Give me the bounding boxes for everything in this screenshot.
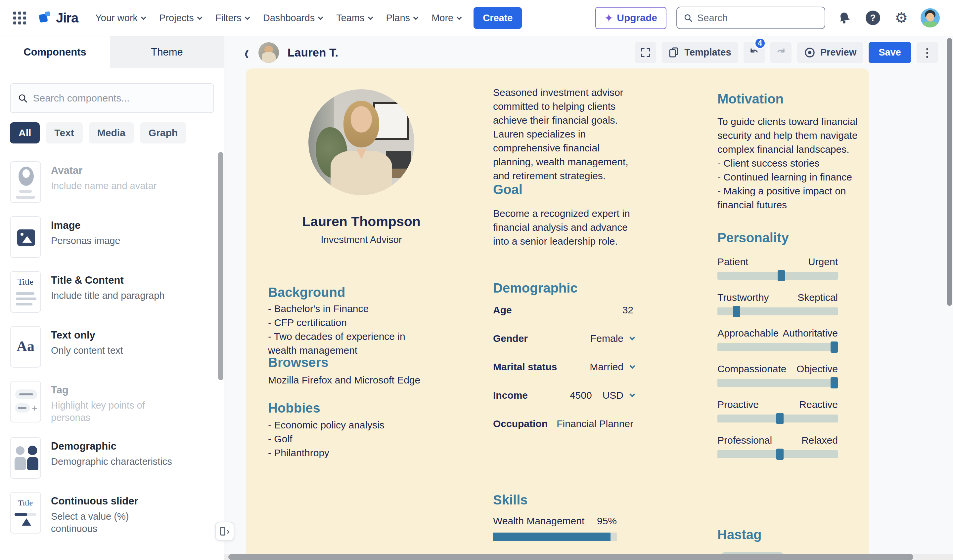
filter-media[interactable]: Media xyxy=(88,122,134,144)
page-vertical-scrollbar[interactable] xyxy=(947,38,952,306)
hobbies-heading: Hobbies xyxy=(268,401,320,416)
bell-icon xyxy=(838,11,851,25)
age-value[interactable]: 32 xyxy=(622,305,633,316)
preview-button[interactable]: Preview xyxy=(797,42,863,63)
browsers-text[interactable]: Mozilla Firefox and Microsoft Edge xyxy=(268,373,427,387)
slider-handle[interactable] xyxy=(830,377,838,388)
component-item-image[interactable]: Image Personas image xyxy=(10,216,214,258)
settings-button[interactable]: ⚙ xyxy=(892,9,911,27)
nav-item-dashboards[interactable]: Dashboards xyxy=(263,12,321,23)
app-switcher-icon[interactable] xyxy=(13,12,26,25)
chevron-down-icon xyxy=(457,14,462,20)
income-select[interactable]: 4500 USD xyxy=(570,390,633,401)
components-search[interactable] xyxy=(10,83,214,113)
more-options-button[interactable]: ⋮ xyxy=(917,42,938,63)
slider-track[interactable] xyxy=(717,308,838,316)
persona-thumbnail-avatar xyxy=(258,42,279,63)
tab-theme[interactable]: Theme xyxy=(110,36,224,68)
horizontal-scrollbar-thumb[interactable] xyxy=(228,554,913,560)
background-heading: Background xyxy=(268,285,345,300)
sparkle-icon: ✦ xyxy=(605,12,613,24)
persona-intro[interactable]: Seasoned investment advisor committed to… xyxy=(493,86,636,183)
slider-patient-urgent: Patient Urgent xyxy=(717,256,838,280)
nav-item-plans[interactable]: Plans xyxy=(386,12,417,23)
sidebar-scrollbar[interactable] xyxy=(218,152,224,380)
occupation-value[interactable]: Financial Planner xyxy=(557,418,633,429)
fullscreen-button[interactable] xyxy=(635,42,656,63)
hastag-heading: Hastag xyxy=(717,527,761,542)
help-button[interactable]: ? xyxy=(864,9,882,27)
persona-name[interactable]: Lauren Thompson xyxy=(268,214,455,229)
personality-sliders: Patient Urgent Trustworthy Skeptical xyxy=(717,256,838,470)
component-filters: All Text Media Graph xyxy=(10,122,214,144)
persona-photo[interactable] xyxy=(309,89,414,195)
filter-all[interactable]: All xyxy=(10,122,40,144)
slider-track[interactable] xyxy=(717,415,838,422)
filter-text[interactable]: Text xyxy=(46,122,82,144)
slider-track[interactable] xyxy=(717,379,838,387)
persona-role[interactable]: Investment Advisor xyxy=(268,234,455,245)
component-item-tag[interactable]: + Tag Highlight key points of personas xyxy=(10,381,214,424)
canvas-horizontal-scrollbar[interactable] xyxy=(224,554,953,560)
global-search[interactable] xyxy=(676,6,825,29)
slider-track[interactable] xyxy=(717,343,838,351)
search-icon xyxy=(18,93,28,104)
hobbies-list[interactable]: - Economic policy analysis - Golf - Phil… xyxy=(268,418,420,460)
goal-text[interactable]: Become a recognized expert in financial … xyxy=(493,207,636,248)
slider-handle[interactable] xyxy=(776,413,784,424)
create-button[interactable]: Create xyxy=(473,7,522,29)
chevron-down-icon xyxy=(245,14,250,20)
global-search-input[interactable] xyxy=(697,12,818,23)
nav-menu: Your work Projects Filters Dashboards Te… xyxy=(95,12,460,23)
slider-track[interactable] xyxy=(717,272,838,280)
slider-handle[interactable] xyxy=(733,306,740,317)
undo-button[interactable]: 4 xyxy=(743,42,765,63)
upgrade-button[interactable]: ✦ Upgrade xyxy=(595,7,666,29)
motivation-text[interactable]: To guide clients toward financial securi… xyxy=(717,115,863,212)
income-value[interactable]: 4500 xyxy=(570,390,592,401)
save-button[interactable]: Save xyxy=(869,42,911,63)
user-profile-avatar[interactable] xyxy=(920,8,940,28)
nav-item-teams[interactable]: Teams xyxy=(336,12,371,23)
component-item-continuous-slider[interactable]: Title Continuous slider Select a value (… xyxy=(10,492,214,535)
demographic-component-icon xyxy=(10,437,41,479)
chevron-down-icon xyxy=(318,14,323,20)
nav-item-more[interactable]: More xyxy=(431,12,460,23)
redo-button[interactable] xyxy=(770,42,792,63)
help-icon: ? xyxy=(866,11,880,25)
components-search-input[interactable] xyxy=(33,93,206,104)
slider-compassionate-objective: Compassionate Objective xyxy=(717,363,838,387)
slider-handle[interactable] xyxy=(830,342,838,353)
slider-track[interactable] xyxy=(717,450,838,458)
gender-select[interactable]: Female xyxy=(590,333,633,344)
nav-item-your-work[interactable]: Your work xyxy=(95,12,144,23)
notifications-button[interactable] xyxy=(835,9,854,27)
motivation-heading: Motivation xyxy=(717,91,784,107)
component-item-title-content[interactable]: Title Title & Content Include title and … xyxy=(10,271,214,313)
background-list[interactable]: - Bachelor's in Finance - CFP certificat… xyxy=(268,302,420,357)
tab-components[interactable]: Components xyxy=(0,36,110,68)
nav-item-projects[interactable]: Projects xyxy=(159,12,201,23)
component-item-text-only[interactable]: Aa Text only Only content text xyxy=(10,326,214,368)
collapse-sidebar-button[interactable]: › xyxy=(215,522,234,541)
text-only-component-icon: Aa xyxy=(10,326,41,368)
skill-progress-bar[interactable] xyxy=(493,532,617,541)
filter-graph[interactable]: Graph xyxy=(140,122,186,144)
jira-logo[interactable]: Jira xyxy=(37,10,78,25)
nav-item-filters[interactable]: Filters xyxy=(216,12,248,23)
marital-status-select[interactable]: Married xyxy=(590,361,633,373)
slider-professional-relaxed: Professional Relaxed xyxy=(717,435,838,458)
editor-header: ‹ Lauren T. Templates 4 xyxy=(224,36,953,68)
slider-handle[interactable] xyxy=(776,449,784,460)
jira-logo-text: Jira xyxy=(56,11,78,25)
slider-handle[interactable] xyxy=(778,270,785,281)
component-item-avatar[interactable]: Avatar Include name and avatar xyxy=(10,161,214,203)
templates-button[interactable]: Templates xyxy=(662,42,737,63)
fullscreen-icon xyxy=(640,47,651,58)
sidebar-tabs: Components Theme xyxy=(0,36,224,68)
gear-icon: ⚙ xyxy=(895,11,908,25)
back-button[interactable]: ‹ xyxy=(244,42,249,63)
income-currency[interactable]: USD xyxy=(602,390,623,401)
component-item-demographic[interactable]: Demographic Demographic characteristics xyxy=(10,437,214,479)
slider-proactive-reactive: Proactive Reactive xyxy=(717,399,838,422)
